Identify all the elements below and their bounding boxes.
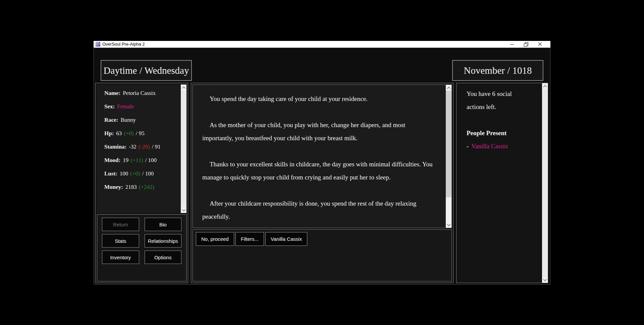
stat-row-name: Name:Petoria Cassix <box>104 87 178 100</box>
story-panel: You spend the day taking care of your ch… <box>193 85 452 228</box>
game-window: OverSoul Pre-Alpha 2 Daytime / Wednesday… <box>94 41 550 285</box>
choice-vanilla-cassix-button[interactable]: Vanilla Cassix <box>265 232 307 246</box>
chevron-down-icon <box>182 208 185 211</box>
scrollbar-thumb[interactable] <box>446 91 451 197</box>
story-paragraph: As the mother of your child, you play wi… <box>202 118 435 145</box>
scroll-down-button[interactable] <box>181 207 186 213</box>
time-day-header: Daytime / Wednesday <box>101 60 192 81</box>
minimize-icon <box>510 44 514 45</box>
stat-value: -32 <box>129 144 137 150</box>
date-header: November / 1018 <box>452 60 543 81</box>
stat-label: Money: <box>104 184 123 190</box>
scrollbar-track[interactable] <box>181 90 186 207</box>
stat-delta: (+242) <box>139 184 154 190</box>
character-panel: Name:Petoria Cassix Sex:Female Race:Bunn… <box>95 83 188 283</box>
time-day-label: Daytime / Wednesday <box>104 65 189 76</box>
chevron-up-icon <box>543 85 547 89</box>
stat-value: 2183 <box>125 184 137 190</box>
stats-button[interactable]: Stats <box>102 234 139 248</box>
stat-value: 100 <box>120 170 128 177</box>
close-button[interactable] <box>533 41 547 48</box>
social-scrollbar[interactable] <box>542 83 548 283</box>
bio-button[interactable]: Bio <box>145 218 182 231</box>
choice-filters-button[interactable]: Filters... <box>235 232 264 246</box>
stat-row-stamina: Stamina:-32(-28)/ 91 <box>104 140 178 154</box>
scroll-up-button[interactable] <box>181 85 186 90</box>
story-column: You spend the day taking care of your ch… <box>191 83 453 283</box>
stat-max: / 91 <box>152 144 161 150</box>
app-icon <box>96 42 100 47</box>
window-title: OverSoul Pre-Alpha 2 <box>102 41 145 48</box>
scroll-down-button[interactable] <box>446 222 451 228</box>
titlebar: OverSoul Pre-Alpha 2 <box>94 41 550 48</box>
stat-label: Name: <box>104 90 120 96</box>
stat-label: Sex: <box>104 103 115 110</box>
stat-row-mood: Mood:19(+11)/ 100 <box>104 154 178 167</box>
person-name[interactable]: Vanilla Cassix <box>471 143 508 150</box>
chevron-down-icon <box>447 222 450 226</box>
person-list-item: -Vanilla Cassix <box>467 140 541 153</box>
stats-scrollbar[interactable] <box>181 85 186 213</box>
chevron-down-icon <box>543 277 547 281</box>
stat-value: 19 <box>123 157 128 163</box>
stat-row-sex: Sex:Female <box>104 100 178 113</box>
scroll-up-button[interactable] <box>542 83 548 89</box>
stat-row-lust: Lust:100(+0)/ 100 <box>104 167 178 180</box>
window-content: Daytime / Wednesday November / 1018 Name… <box>94 48 550 285</box>
story-text: You spend the day taking care of your ch… <box>193 85 451 223</box>
main-columns: Name:Petoria Cassix Sex:Female Race:Bunn… <box>95 83 548 283</box>
minimize-button[interactable] <box>505 41 519 48</box>
story-paragraph: Thanks to your excellent skills in child… <box>202 158 435 184</box>
stats-list: Name:Petoria Cassix Sex:Female Race:Bunn… <box>97 85 186 194</box>
social-actions-text: You have 6 social actions left. <box>467 87 524 113</box>
stat-delta: (-28) <box>139 144 150 150</box>
story-paragraph: You spend the day taking care of your ch… <box>202 92 435 105</box>
stat-row-money: Money:2183(+242) <box>104 180 178 194</box>
scrollbar-track[interactable] <box>446 91 451 222</box>
stat-value: 63 <box>116 130 122 137</box>
stat-value: Female <box>117 103 134 110</box>
stat-max: / 95 <box>136 130 145 137</box>
stat-label: Hp: <box>104 130 114 137</box>
chevron-up-icon <box>447 87 450 90</box>
stat-max: / 100 <box>142 170 154 177</box>
story-paragraph: After your childcare responsibility is d… <box>202 197 435 223</box>
stat-delta: (+11) <box>130 157 143 163</box>
stat-max: / 100 <box>145 157 156 163</box>
chevron-up-icon <box>182 86 185 90</box>
choice-no-proceed-button[interactable]: No, proceed <box>196 232 234 246</box>
date-label: November / 1018 <box>464 65 532 76</box>
close-icon <box>538 42 542 46</box>
stat-row-hp: Hp:63(+0)/ 95 <box>104 127 178 140</box>
scrollbar-thumb[interactable] <box>542 89 548 277</box>
stat-value: Petoria Cassix <box>123 90 156 96</box>
social-info: You have 6 social actions left. People P… <box>457 83 548 153</box>
people-present-header: People Present <box>467 126 541 140</box>
window-controls <box>505 41 547 48</box>
restore-button[interactable] <box>519 41 533 48</box>
return-button[interactable]: Return <box>102 218 139 231</box>
options-button[interactable]: Options <box>145 251 182 264</box>
inventory-button[interactable]: Inventory <box>102 251 139 264</box>
scrollbar-thumb[interactable] <box>181 90 186 207</box>
person-dash: - <box>467 143 469 150</box>
menu-panel: Return Bio Stats Relationships Inventory… <box>97 214 186 281</box>
stat-label: Race: <box>104 117 118 123</box>
stat-label: Mood: <box>104 157 120 163</box>
story-scrollbar[interactable] <box>446 85 451 228</box>
stat-value: Bunny <box>121 117 136 123</box>
stat-label: Stamina: <box>104 144 126 150</box>
restore-icon <box>524 42 528 46</box>
scroll-down-button[interactable] <box>542 277 548 283</box>
stats-panel: Name:Petoria Cassix Sex:Female Race:Bunn… <box>97 85 186 213</box>
stat-delta: (+0) <box>130 170 140 177</box>
scrollbar-track[interactable] <box>542 89 548 277</box>
scroll-up-button[interactable] <box>446 85 451 91</box>
social-panel: You have 6 social actions left. People P… <box>456 83 548 283</box>
relationships-button[interactable]: Relationships <box>145 234 182 248</box>
choices-panel: No, proceed Filters... Vanilla Cassix <box>193 229 452 281</box>
stat-label: Lust: <box>104 170 117 177</box>
stat-row-race: Race:Bunny <box>104 113 178 127</box>
stat-delta: (+0) <box>124 130 133 137</box>
